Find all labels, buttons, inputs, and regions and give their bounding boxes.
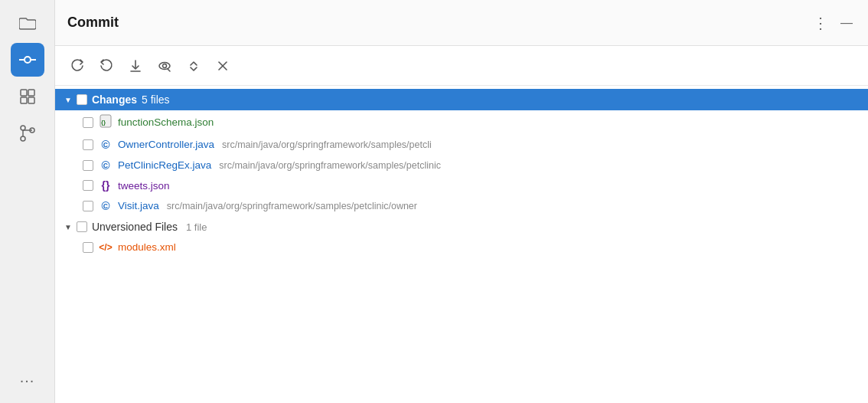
sidebar-icon-more[interactable]: ··· — [11, 363, 44, 397]
refresh-button[interactable] — [64, 53, 90, 79]
file-checkbox-tweets[interactable] — [83, 180, 93, 191]
file-icon-tweets: {} — [98, 179, 113, 192]
file-name-modules: modules.xml — [118, 241, 176, 253]
more-options-icon[interactable]: ⋮ — [810, 11, 831, 35]
file-name-visit: Visit.java — [118, 200, 159, 211]
file-icon-modules: </> — [98, 242, 113, 253]
unversioned-group-checkbox[interactable] — [77, 221, 87, 232]
file-item-functionschema[interactable]: {} functionSchema.json — [55, 110, 868, 134]
svg-rect-6 — [28, 97, 34, 103]
unversioned-chevron-icon: ▼ — [64, 223, 72, 231]
file-name-tweets: tweets.json — [118, 180, 170, 192]
file-list: ▼ Changes 5 files {} functionSchema.json… — [55, 86, 868, 403]
file-name-ownercontroller: OwnerController.java — [118, 139, 214, 150]
header-actions: ⋮ — — [810, 11, 856, 35]
changes-group-header[interactable]: ▼ Changes 5 files — [55, 89, 868, 110]
file-item-modules[interactable]: </> modules.xml — [55, 238, 868, 257]
svg-point-7 — [21, 126, 25, 130]
file-checkbox-functionschema[interactable] — [83, 117, 93, 128]
file-path-petclinicregex: src/main/java/org/springframework/sample… — [219, 160, 441, 171]
svg-text:{}: {} — [101, 119, 106, 126]
sidebar-icon-branches[interactable] — [11, 116, 44, 150]
page-title: Commit — [67, 15, 810, 31]
minimize-icon[interactable]: — — [837, 13, 856, 33]
file-name-functionschema: functionSchema.json — [118, 116, 214, 128]
file-icon-petclinicregex: © — [98, 159, 113, 172]
file-item-ownercontroller[interactable]: © OwnerController.java src/main/java/org… — [55, 134, 868, 155]
close-button[interactable] — [210, 53, 236, 79]
file-icon-ownercontroller: © — [98, 138, 113, 151]
svg-point-8 — [21, 136, 25, 141]
svg-line-15 — [168, 69, 170, 71]
svg-rect-4 — [28, 90, 34, 96]
changes-chevron-icon: ▼ — [64, 96, 72, 104]
sidebar-icon-folder[interactable] — [11, 6, 44, 40]
svg-point-0 — [24, 57, 31, 63]
header: Commit ⋮ — — [55, 0, 868, 46]
svg-point-14 — [163, 64, 167, 67]
file-checkbox-ownercontroller[interactable] — [83, 139, 93, 150]
file-checkbox-visit[interactable] — [83, 201, 93, 211]
revert-button[interactable] — [93, 53, 119, 79]
file-path-ownercontroller: src/main/java/org/springframework/sample… — [222, 139, 432, 150]
sidebar: ··· — [0, 0, 55, 403]
svg-rect-3 — [21, 90, 27, 96]
file-item-visit[interactable]: © Visit.java src/main/java/org/springfra… — [55, 195, 868, 216]
file-name-petclinicregex: PetClinicRegEx.java — [118, 159, 211, 171]
unversioned-group-header[interactable]: ▼ Unversioned Files 1 file — [55, 216, 868, 238]
sidebar-icon-layout[interactable] — [11, 80, 44, 113]
download-button[interactable] — [122, 53, 148, 79]
main-panel: Commit ⋮ — — [55, 0, 868, 403]
file-checkbox-petclinicregex[interactable] — [83, 160, 93, 171]
changes-group-count: 5 files — [142, 93, 170, 106]
changes-group-label: Changes — [92, 93, 137, 106]
svg-rect-5 — [21, 97, 27, 103]
toolbar — [55, 46, 868, 86]
file-item-tweets[interactable]: {} tweets.json — [55, 175, 868, 195]
file-icon-functionschema: {} — [98, 114, 113, 130]
file-path-visit: src/main/java/org/springframework/sample… — [167, 201, 417, 211]
sidebar-icon-commit[interactable] — [11, 43, 44, 77]
file-icon-visit: © — [98, 199, 113, 212]
changes-group-checkbox[interactable] — [77, 94, 87, 105]
eye-button[interactable] — [152, 53, 178, 79]
unversioned-group-count: 1 file — [186, 221, 207, 233]
unversioned-group-label: Unversioned Files — [92, 221, 178, 233]
expand-button[interactable] — [181, 53, 207, 79]
file-item-petclinicregex[interactable]: © PetClinicRegEx.java src/main/java/org/… — [55, 155, 868, 175]
file-checkbox-modules[interactable] — [83, 242, 93, 253]
